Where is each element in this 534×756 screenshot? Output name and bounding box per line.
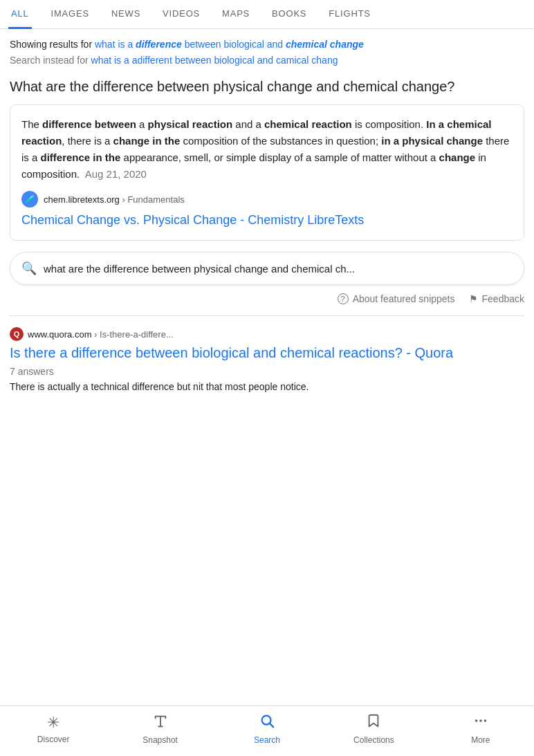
bottom-nav-discover[interactable]: ✳ Discover (0, 714, 107, 744)
bottom-nav-more[interactable]: More (427, 713, 534, 745)
snippet-question: What are the difference between physical… (10, 77, 524, 96)
feedback-label: Feedback (482, 293, 524, 304)
svg-point-5 (479, 719, 482, 722)
feedback-row: ? About featured snippets ⚑ Feedback (10, 293, 524, 304)
svg-line-3 (270, 723, 273, 727)
svg-point-4 (475, 719, 478, 722)
search-instead-prefix: Search instead for (10, 55, 89, 66)
snippet-domain: chem.libretexts.org (44, 194, 120, 205)
result-breadcrumb: › Is-there-a-differe... (94, 329, 174, 340)
main-content: Showing results for what is a difference… (0, 29, 534, 469)
result-source: Q www.quora.com › Is-there-a-differe... (10, 327, 524, 341)
svg-point-6 (484, 719, 486, 722)
more-label: More (471, 735, 490, 745)
search-instead: Search instead for what is a adifferent … (10, 55, 524, 66)
tab-videos[interactable]: VIDEOS (160, 0, 203, 29)
feedback-button[interactable]: ⚑ Feedback (469, 293, 524, 304)
snippet-source-url: chem.libretexts.org › Fundamentals (44, 194, 185, 205)
snapshot-icon (153, 714, 168, 732)
snippet-source: 🧪 chem.libretexts.org › Fundamentals (21, 191, 513, 208)
mid-search-text: what are the difference between physical… (44, 263, 513, 275)
search-instead-link[interactable]: what is a adifferent between biological … (91, 55, 338, 66)
question-icon: ? (338, 293, 349, 304)
more-icon (473, 713, 488, 732)
chemical-change-link[interactable]: chemical change (286, 39, 364, 50)
quora-icon: Q (10, 327, 24, 341)
tab-images[interactable]: IMAGES (48, 0, 92, 29)
tab-news[interactable]: NEWS (109, 0, 143, 29)
discover-icon: ✳ (47, 714, 59, 732)
snippet-text: The difference between a physical reacti… (21, 116, 513, 183)
search-icon: 🔍 (21, 261, 37, 276)
nav-tabs: ALL IMAGES NEWS VIDEOS MAPS BOOKS FLIGHT… (0, 0, 534, 29)
result-domain: www.quora.com (28, 329, 91, 340)
discover-label: Discover (37, 735, 70, 744)
flag-icon: ⚑ (469, 293, 478, 304)
snippet-breadcrumb: › Fundamentals (122, 194, 184, 205)
result-url: www.quora.com › Is-there-a-differe... (28, 329, 174, 340)
source-favicon: 🧪 (21, 191, 38, 208)
query-bold-italic: difference (136, 39, 182, 50)
tab-maps[interactable]: MAPS (219, 0, 252, 29)
result-meta: 7 answers (10, 366, 524, 377)
search-nav-icon (259, 713, 275, 732)
bottom-nav-snapshot[interactable]: Snapshot (107, 714, 213, 745)
result-snippet: There is actually a technical difference… (10, 380, 524, 394)
section-divider (10, 315, 524, 316)
collections-icon (366, 713, 381, 732)
about-snippets-label: About featured snippets (353, 293, 455, 304)
tab-all[interactable]: ALL (8, 0, 32, 29)
mid-search-bar[interactable]: 🔍 what are the difference between physic… (10, 252, 524, 285)
query-text: what is a (95, 39, 133, 50)
showing-results: Showing results for what is a difference… (10, 37, 524, 52)
bottom-nav-search[interactable]: Search (214, 713, 320, 745)
bottom-nav-collections[interactable]: Collections (320, 713, 427, 745)
snippet-date: Aug 21, 2020 (85, 168, 147, 180)
search-nav-label: Search (254, 735, 280, 745)
snapshot-label: Snapshot (142, 735, 178, 745)
corrected-query-link[interactable]: what is a difference between biological … (95, 39, 286, 50)
tab-books[interactable]: BOOKS (269, 0, 309, 29)
query-suffix: between biological and (185, 39, 283, 50)
about-snippets-link[interactable]: ? About featured snippets (338, 293, 455, 304)
bottom-nav: ✳ Discover Snapshot Search Collection (0, 706, 534, 756)
featured-snippet: The difference between a physical reacti… (10, 104, 524, 241)
showing-prefix: Showing results for (10, 39, 92, 50)
quora-result: Q www.quora.com › Is-there-a-differe... … (10, 322, 524, 400)
snippet-title[interactable]: Chemical Change vs. Physical Change - Ch… (21, 212, 513, 229)
tab-flights[interactable]: FLIGHTS (326, 0, 374, 29)
collections-label: Collections (353, 735, 394, 745)
result-title[interactable]: Is there a difference between biological… (10, 344, 524, 362)
